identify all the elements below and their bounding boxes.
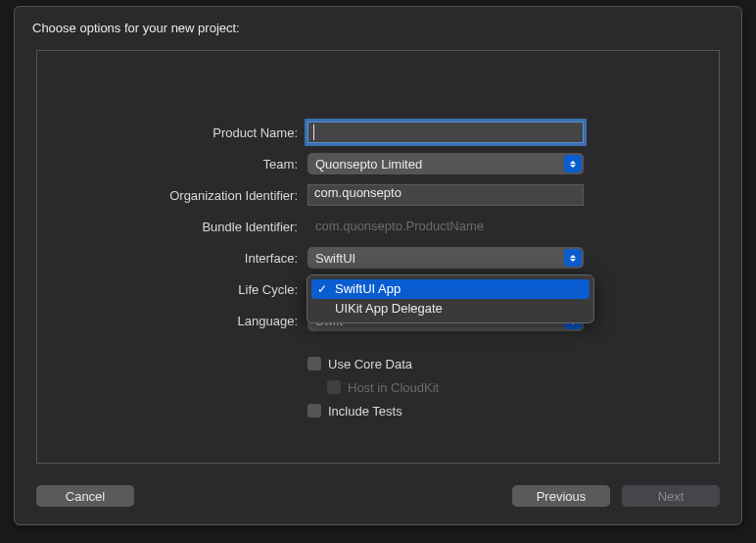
previous-button[interactable]: Previous	[512, 485, 610, 507]
product-name-label: Product Name:	[37, 125, 307, 140]
interface-value: SwiftUI	[315, 251, 355, 266]
updown-icon	[564, 155, 582, 173]
org-id-label: Organization Identifier:	[37, 188, 307, 203]
text-cursor	[313, 124, 314, 140]
include-tests-label: Include Tests	[328, 404, 402, 419]
row-product-name: Product Name:	[37, 122, 719, 143]
dialog-title: Choose options for your new project:	[15, 7, 741, 45]
host-cloudkit-checkbox	[327, 380, 341, 394]
team-value: Quonsepto Limited	[315, 157, 422, 172]
life-cycle-label: Life Cycle:	[37, 282, 307, 297]
option-label: UIKit App Delegate	[335, 301, 443, 316]
row-bundle-id: Bundle Identifier: com.quonsepto.Product…	[37, 216, 719, 237]
team-popup[interactable]: Quonsepto Limited	[307, 153, 584, 174]
next-button: Next	[622, 485, 720, 507]
life-cycle-dropdown-menu: ✓ SwiftUI App UIKit App Delegate	[307, 274, 594, 323]
team-label: Team:	[37, 157, 307, 172]
org-id-input[interactable]: com.quonsepto	[307, 184, 584, 206]
row-include-tests: Include Tests	[307, 402, 719, 420]
life-cycle-option-swiftui-app[interactable]: ✓ SwiftUI App	[311, 279, 590, 299]
new-project-options-dialog: Choose options for your new project: Pro…	[14, 6, 742, 525]
row-team: Team: Quonsepto Limited	[37, 153, 719, 174]
row-org-id: Organization Identifier: com.quonsepto	[37, 184, 719, 206]
interface-popup[interactable]: SwiftUI	[307, 247, 584, 269]
footer: Cancel Previous Next	[36, 485, 720, 507]
bundle-id-label: Bundle Identifier:	[37, 220, 307, 234]
row-use-core-data: Use Core Data	[307, 355, 719, 372]
interface-label: Interface:	[37, 251, 307, 266]
use-core-data-checkbox[interactable]	[307, 357, 321, 370]
include-tests-checkbox[interactable]	[307, 404, 321, 418]
language-label: Language:	[37, 314, 307, 328]
option-label: SwiftUI App	[335, 281, 401, 296]
row-interface: Interface: SwiftUI	[37, 247, 719, 269]
updown-icon	[564, 249, 582, 267]
check-icon: ✓	[317, 279, 327, 299]
host-cloudkit-label: Host in CloudKit	[348, 380, 439, 395]
row-host-cloudkit: Host in CloudKit	[327, 378, 719, 396]
cancel-button[interactable]: Cancel	[36, 485, 134, 507]
product-name-input[interactable]	[307, 122, 584, 143]
use-core-data-label: Use Core Data	[328, 357, 412, 371]
inner-panel: Product Name: Team: Quonsepto Limited	[36, 50, 720, 464]
bundle-id-value: com.quonsepto.ProductName	[307, 216, 584, 237]
life-cycle-option-uikit-app-delegate[interactable]: UIKit App Delegate	[311, 299, 590, 319]
form: Product Name: Team: Quonsepto Limited	[37, 122, 719, 425]
